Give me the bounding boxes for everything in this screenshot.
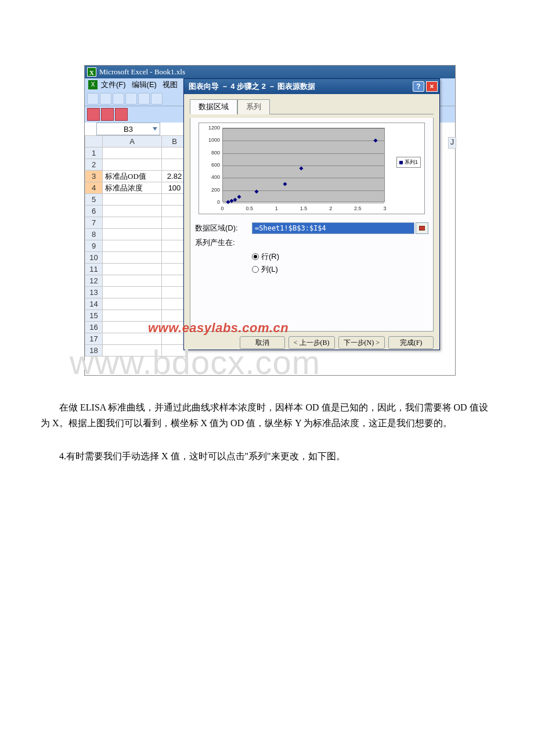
row-header[interactable]: 12 (85, 275, 103, 287)
plot-area (222, 128, 385, 202)
row-header[interactable]: 10 (85, 252, 103, 264)
excel-title: Microsoft Excel - Book1.xls (99, 67, 185, 77)
y-tick: 200 (204, 187, 220, 193)
series-in-label: 系列产生在: (195, 237, 252, 248)
radio-row-option[interactable]: 行(R) (252, 251, 428, 262)
legend-swatch (399, 161, 403, 164)
finish-button[interactable]: 完成(F) (388, 336, 434, 349)
range-picker-button[interactable] (416, 222, 428, 234)
tb2-icon-2[interactable] (101, 108, 114, 121)
row-header[interactable]: 3 (85, 171, 103, 182)
cancel-button[interactable]: 取消 (240, 336, 285, 349)
y-tick: 600 (204, 162, 220, 168)
x-tick: 0 (221, 206, 223, 211)
row-header[interactable]: 2 (85, 159, 103, 171)
dialog-titlebar[interactable]: 图表向导 － 4 步骤之 2 － 图表源数据 ? × (184, 79, 439, 94)
tb-print-icon[interactable] (125, 93, 137, 105)
row-header[interactable]: 18 (85, 345, 103, 357)
cell-a4[interactable]: 标准品浓度 (103, 182, 162, 194)
chart-legend: 系列1 (396, 157, 421, 168)
grid-corner[interactable] (85, 136, 103, 147)
row-header[interactable]: 7 (85, 217, 103, 229)
cell-a3[interactable]: 标准品OD值 (103, 171, 162, 182)
dialog-tabs: 数据区域 系列 (190, 99, 434, 114)
radio-icon (252, 253, 259, 260)
y-tick: 1000 (204, 137, 220, 143)
paragraph-2: 4.有时需要我们手动选择 X 值，这时可以点击"系列"来更改，如下图。 (41, 448, 493, 464)
x-tick: 3 (383, 206, 386, 211)
row-header[interactable]: 16 (85, 322, 103, 333)
excel-icon: X (87, 67, 96, 77)
menubar-icon: X (88, 80, 98, 89)
tb-open-icon[interactable] (100, 93, 111, 105)
y-tick: 1200 (204, 125, 220, 131)
y-tick: 0 (204, 199, 220, 205)
tb2-icon-3[interactable] (115, 108, 128, 121)
help-button[interactable]: ? (413, 81, 424, 92)
close-button[interactable]: × (426, 81, 438, 92)
y-tick: 800 (204, 150, 220, 156)
tb2-icon-1[interactable] (87, 108, 100, 121)
tab-data-range[interactable]: 数据区域 (190, 99, 237, 114)
menu-view[interactable]: 视图 (163, 80, 178, 90)
paragraph-1: 在做 ELISA 标准曲线，并通过此曲线求样本浓度时，因样本 OD 值是已知的，… (41, 399, 493, 431)
data-point (374, 139, 378, 143)
col-header-j[interactable]: J (448, 137, 456, 149)
row-header[interactable]: 13 (85, 287, 103, 298)
row-header[interactable]: 15 (85, 310, 103, 322)
row-header[interactable]: 14 (85, 298, 103, 310)
x-tick: 1 (275, 206, 278, 211)
radio-icon (252, 266, 259, 273)
x-tick: 0.5 (246, 206, 253, 211)
tab-panel: 系列1 02004006008001000120000.511.522.53 数… (190, 118, 434, 332)
tab-series[interactable]: 系列 (237, 99, 270, 114)
data-point (283, 182, 287, 186)
data-range-input[interactable] (252, 222, 414, 234)
tb-preview-icon[interactable] (138, 93, 150, 105)
range-label: 数据区域(D): (195, 223, 252, 233)
excel-titlebar: X Microsoft Excel - Book1.xls (85, 66, 455, 78)
watermark-easylabs: www.easylabs.com.cn (148, 321, 288, 336)
row-header[interactable]: 4 (85, 182, 103, 194)
back-button[interactable]: < 上一步(B) (288, 336, 335, 349)
row-header[interactable]: 9 (85, 240, 103, 252)
x-tick: 2 (329, 206, 332, 211)
menu-file[interactable]: 文件(F) (101, 80, 126, 90)
radio-col-option[interactable]: 列(L) (252, 264, 428, 275)
row-header[interactable]: 8 (85, 229, 103, 240)
row-header[interactable]: 11 (85, 264, 103, 275)
menu-edit[interactable]: 编辑(E) (132, 80, 157, 90)
y-tick: 400 (204, 174, 220, 180)
row-header[interactable]: 6 (85, 206, 103, 217)
range-picker-icon (419, 226, 425, 231)
dialog-buttons: 取消 < 上一步(B) 下一步(N) > 完成(F) (190, 336, 434, 349)
x-tick: 2.5 (354, 206, 362, 211)
x-tick: 1.5 (300, 206, 308, 211)
data-point (237, 195, 241, 199)
row-header[interactable]: 17 (85, 333, 103, 345)
tb-save-icon[interactable] (113, 93, 124, 105)
next-button[interactable]: 下一步(N) > (338, 336, 385, 349)
chart-preview: 系列1 02004006008001000120000.511.522.53 (199, 123, 425, 214)
tb-new-icon[interactable] (87, 93, 99, 105)
dialog-title: 图表向导 － 4 步骤之 2 － 图表源数据 (189, 81, 315, 92)
data-point (300, 167, 304, 171)
col-header-a[interactable]: A (103, 136, 162, 147)
tb-spell-icon[interactable] (151, 93, 163, 105)
chart-wizard-dialog: 图表向导 － 4 步骤之 2 － 图表源数据 ? × 数据区域 系列 系列1 0… (183, 78, 440, 350)
row-header[interactable]: 1 (85, 147, 103, 159)
name-box[interactable]: B3 (96, 123, 160, 135)
row-header[interactable]: 5 (85, 194, 103, 206)
